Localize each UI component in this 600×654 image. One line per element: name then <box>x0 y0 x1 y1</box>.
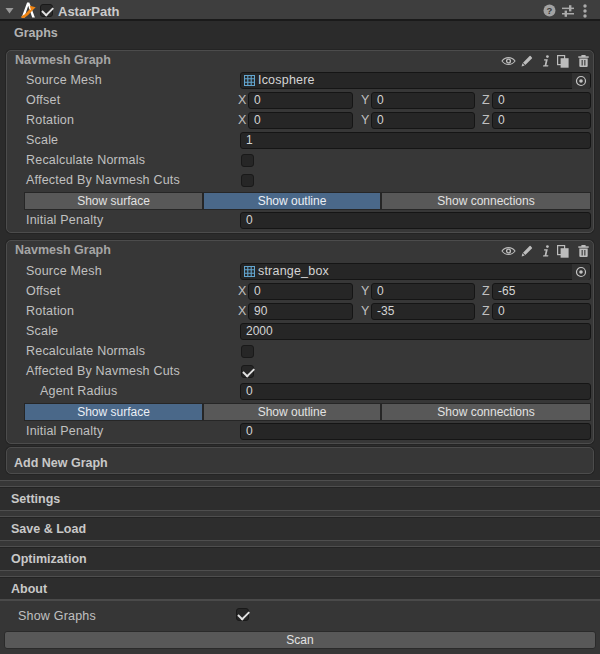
svg-text:?: ? <box>547 5 553 16</box>
